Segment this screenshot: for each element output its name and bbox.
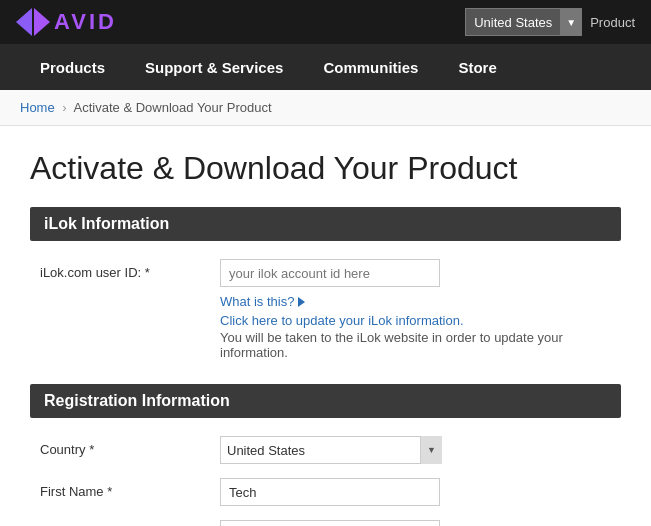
nav-item-products[interactable]: Products (20, 44, 125, 90)
avid-logo-text: AVID (54, 9, 117, 35)
nav-item-communities[interactable]: Communities (303, 44, 438, 90)
top-right-area: United States Product (465, 8, 635, 36)
lastname-label: Last Name * (40, 520, 220, 526)
lastname-row: Last Name * (30, 520, 621, 526)
breadcrumb: Home › Activate & Download Your Product (0, 90, 651, 126)
top-bar: AVID United States Product (0, 0, 651, 44)
what-is-link[interactable]: What is this? (220, 294, 305, 309)
firstname-field (220, 478, 611, 506)
logo-area: AVID (16, 8, 117, 36)
ilok-section: iLok Information iLok.com user ID: * Wha… (30, 207, 621, 360)
main-content: Activate & Download Your Product iLok In… (0, 126, 651, 526)
firstname-row: First Name * (30, 478, 621, 506)
page-title: Activate & Download Your Product (30, 150, 621, 187)
nav-bar: Products Support & Services Communities … (0, 44, 651, 90)
arrow-right-icon (298, 297, 305, 307)
country-select-wrapper[interactable]: United States (220, 436, 442, 464)
country-select[interactable]: United States (220, 436, 442, 464)
ilok-userid-field: What is this? Click here to update your … (220, 259, 611, 360)
country-row: Country * United States (30, 436, 621, 464)
breadcrumb-separator: › (62, 100, 66, 115)
country-select-input[interactable]: United States (465, 8, 582, 36)
registration-section: Registration Information Country * Unite… (30, 384, 621, 526)
ilok-userid-label: iLok.com user ID: * (40, 259, 220, 280)
lastname-input[interactable] (220, 520, 440, 526)
nav-item-store[interactable]: Store (438, 44, 516, 90)
country-label: Country * (40, 436, 220, 457)
lastname-field (220, 520, 611, 526)
firstname-input[interactable] (220, 478, 440, 506)
nav-item-support[interactable]: Support & Services (125, 44, 303, 90)
firstname-label: First Name * (40, 478, 220, 499)
ilok-section-header: iLok Information (30, 207, 621, 241)
what-is-text: What is this? (220, 294, 294, 309)
country-selector[interactable]: United States (465, 8, 582, 36)
breadcrumb-current: Activate & Download Your Product (74, 100, 272, 115)
update-note: You will be taken to the iLok website in… (220, 330, 611, 360)
update-ilok-link[interactable]: Click here to update your iLok informati… (220, 313, 611, 328)
breadcrumb-home[interactable]: Home (20, 100, 55, 115)
product-link[interactable]: Product (590, 15, 635, 30)
ilok-userid-input[interactable] (220, 259, 440, 287)
avid-logo-icon (16, 8, 50, 36)
country-field: United States (220, 436, 611, 464)
registration-section-header: Registration Information (30, 384, 621, 418)
ilok-userid-row: iLok.com user ID: * What is this? Click … (30, 259, 621, 360)
ilok-links: What is this? Click here to update your … (220, 293, 611, 360)
